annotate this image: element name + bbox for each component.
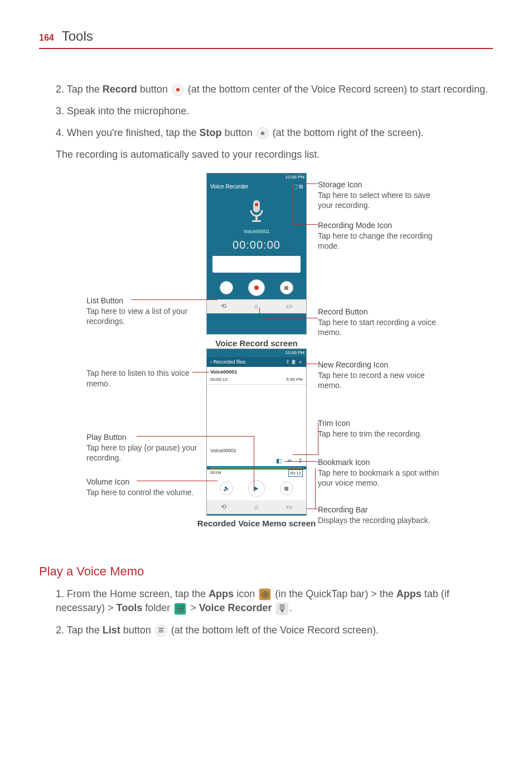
callout-line (318, 422, 318, 455)
callout-line (137, 481, 217, 481)
diagram: 12:00 PM Voice Recorder ⬚ ⧉ Voice00001 0… (39, 173, 474, 552)
label-desc: Tap here to change the recording mode. (318, 231, 432, 250)
bold: List (103, 624, 120, 636)
text: icon (234, 588, 258, 599)
header-text: Recorded files (214, 359, 246, 365)
label-listen: Tap here to listen to this voice memo. (86, 368, 198, 388)
text: (in the QuickTap bar) > the (272, 588, 396, 599)
back-icon[interactable]: ⟲ (221, 502, 226, 512)
label-title: Storage Icon (318, 180, 441, 190)
step-4-note: The recording is automatically saved to … (39, 148, 493, 162)
callout-line (304, 364, 318, 364)
label-new-recording-icon: New Recording Icon Tap here to record a … (318, 360, 441, 390)
chapter-title: Tools (62, 27, 93, 46)
label-desc: Tap here to select where to save your re… (318, 191, 431, 210)
waveform (212, 256, 301, 273)
recent-icon[interactable]: ▭ (286, 502, 292, 512)
callout-line (315, 468, 316, 509)
nav-bar: ⟲ ⌂ ▭ (207, 299, 306, 313)
stop-button[interactable] (280, 281, 293, 294)
list-button[interactable]: ≡ (220, 281, 233, 294)
voice-record-screen: 12:00 PM Voice Recorder ⬚ ⧉ Voice00001 0… (206, 173, 307, 335)
callout-line (192, 372, 209, 372)
status-bar: 12:00 PM (207, 173, 306, 181)
bold-record: Record (103, 84, 137, 95)
label-recording-bar: Recording Bar Displays the recording pla… (318, 505, 441, 525)
callout-line (293, 183, 293, 225)
tools-folder-icon: ⊞ (174, 603, 186, 615)
list-icon: ≡ (155, 624, 167, 637)
label-desc: Tap here to start recording a voice memo… (318, 318, 436, 337)
label-title: Volume Icon (86, 477, 198, 487)
svg-rect-2 (255, 216, 258, 220)
bold-stop: Stop (200, 127, 222, 138)
text: button (222, 127, 255, 138)
microphone-icon (245, 198, 268, 226)
play-memo-steps: 1. From the Home screen, tap the Apps ic… (39, 587, 493, 637)
stop-icon (257, 127, 269, 139)
file-duration: 00:00:12 (210, 377, 228, 382)
callout-line (301, 183, 318, 184)
t-end: 00:12 (288, 469, 303, 477)
text: . (289, 602, 292, 613)
label-recmode-icon: Recording Mode Icon Tap here to change t… (318, 220, 441, 251)
play-step-1: 1. From the Home screen, tap the Apps ic… (56, 587, 493, 615)
label-trim-icon: Trim Icon Tap here to trim the recording… (318, 418, 441, 438)
topbar: Voice Recorder ⬚ ⧉ (207, 181, 306, 192)
text: (at the bottom left of the Voice Record … (168, 624, 379, 636)
step-4: 4. When you're finished, tap the Stop bu… (56, 126, 493, 140)
volume-button[interactable]: 🔈 (220, 482, 233, 495)
recorded-files-bar: ‹ Recorded files ⇪ 🗑 ＋ (207, 357, 306, 367)
text: 2. Tap the (56, 84, 103, 95)
file-row[interactable]: Voice00001 00:00:12 5:59 PM (207, 367, 306, 385)
share-icon[interactable]: ⇪ (286, 359, 290, 365)
delete-icon[interactable]: 🗑 (291, 359, 296, 365)
file-time: 5:59 PM (286, 376, 303, 382)
play-button[interactable]: ▶ (248, 480, 265, 497)
time-row: 00:04 00:12 (207, 469, 306, 477)
recording-bar[interactable] (210, 467, 303, 468)
label-list-button: List Button Tap here to view a list of y… (86, 296, 198, 326)
page-number: 164 (39, 32, 54, 44)
timer: 00:00:00 (207, 237, 306, 253)
callout-line (259, 308, 260, 318)
label-play-button: Play Button Tap here to play (or pause) … (86, 432, 198, 463)
bold: Apps (209, 588, 234, 599)
bookmark-icon[interactable]: ◧ (276, 457, 282, 465)
step-3: 3. Speak into the microphone. (56, 104, 493, 118)
page-header: 164 Tools (39, 27, 493, 49)
stop-button[interactable] (280, 482, 293, 495)
label-title: Trim Icon (318, 418, 441, 428)
label-desc: Displays the recording playback. (318, 516, 431, 525)
play-controls: 🔈 ▶ (207, 477, 306, 500)
callout-line (254, 436, 254, 492)
label-title: Recording Mode Icon (318, 220, 441, 230)
bold: Apps (396, 588, 422, 599)
play-step-2: 2. Tap the List button ≡ (at the bottom … (56, 623, 493, 637)
status-bar: 12:00 PM (207, 349, 306, 356)
apps-icon: ⊕ (259, 588, 271, 601)
text: (at the bottom center of the Voice Recor… (185, 84, 488, 95)
back-chevron-icon[interactable]: ‹ Recorded files (210, 359, 245, 366)
label-desc: Tap here to listen to this voice memo. (86, 369, 189, 388)
label-desc: Tap here to view a list of your recordin… (86, 307, 187, 326)
voice-recorder-icon: 🎙 (276, 603, 288, 615)
recorded-memo-screen: 12:00 PM ‹ Recorded files ⇪ 🗑 ＋ Voice000… (206, 348, 307, 516)
label-title: Recording Bar (318, 505, 441, 515)
caption-2: Recorded Voice Memo screen (195, 519, 318, 529)
callout-line (259, 318, 318, 318)
instruction-list: 2. Tap the Record button (at the bottom … (39, 83, 493, 141)
recent-icon[interactable]: ▭ (286, 302, 292, 311)
back-icon[interactable]: ⟲ (221, 302, 226, 311)
nav-bar: ⟲ ⌂ ▭ (207, 500, 306, 514)
label-desc: Tap here to play (or pause) your recordi… (86, 443, 197, 462)
home-icon[interactable]: ⌂ (254, 302, 258, 311)
new-recording-icon[interactable]: ＋ (298, 359, 303, 365)
record-button[interactable] (248, 279, 265, 296)
text (272, 602, 275, 613)
callout-line (293, 224, 318, 225)
section-heading: Play a Voice Memo (39, 563, 493, 580)
empty-list-area (207, 385, 306, 446)
home-icon[interactable]: ⌂ (254, 502, 258, 512)
toolbar-icons: ⇪ 🗑 ＋ (286, 359, 303, 366)
